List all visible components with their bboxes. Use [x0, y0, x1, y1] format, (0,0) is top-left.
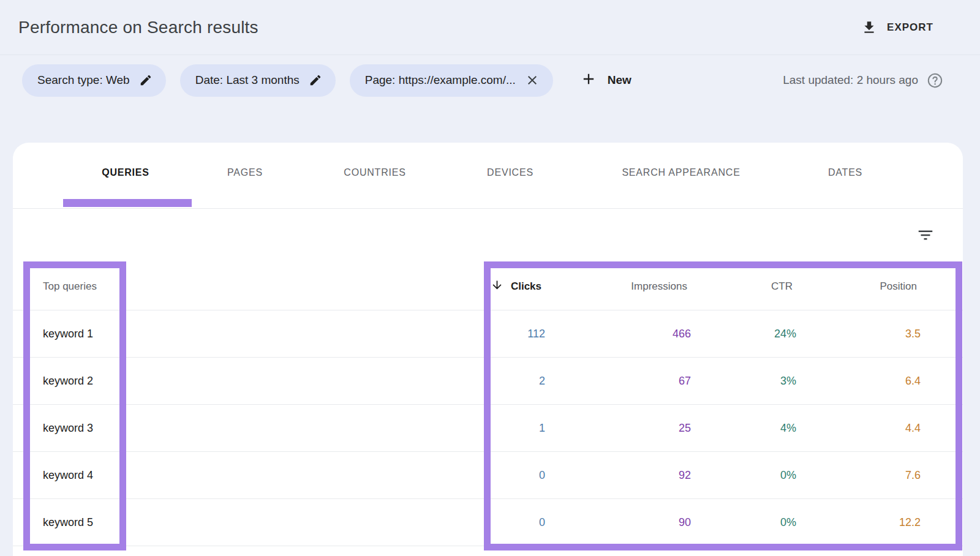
tab-countries[interactable]: COUNTRIES	[342, 163, 407, 182]
query-cell: keyword 3	[13, 422, 319, 435]
query-cell: keyword 4	[13, 469, 319, 482]
tab-devices[interactable]: DEVICES	[486, 163, 535, 182]
impressions-cell: 92	[545, 469, 691, 482]
last-updated: Last updated: 2 hours ago	[783, 72, 943, 89]
table-header-row: Top queries Clicks Impressions CTR Posit…	[13, 263, 963, 310]
position-cell: 4.4	[796, 422, 921, 435]
edit-pencil-icon	[309, 73, 322, 87]
table-row[interactable]: keyword 3 1 25 4% 4.4	[13, 405, 963, 452]
impressions-cell: 67	[545, 375, 691, 388]
ctr-cell: 0%	[691, 469, 796, 482]
filter-chip-label: Search type: Web	[37, 73, 130, 87]
position-cell: 7.6	[796, 469, 921, 482]
table-row[interactable]: keyword 5 0 90 0% 12.2	[13, 499, 963, 546]
export-label: EXPORT	[887, 21, 933, 34]
new-filter-label: New	[608, 73, 631, 87]
table-row[interactable]: keyword 4 0 92 0% 7.6	[13, 452, 963, 499]
edit-pencil-icon	[139, 73, 153, 87]
tab-queries[interactable]: QUERIES	[100, 163, 151, 182]
ctr-cell: 0%	[691, 516, 796, 529]
impressions-cell: 466	[545, 328, 691, 340]
column-header-impressions[interactable]: Impressions	[545, 280, 691, 293]
tab-dates[interactable]: DATES	[827, 163, 864, 182]
filter-chip-label: Date: Last 3 months	[195, 73, 300, 87]
position-cell: 6.4	[796, 375, 921, 388]
tab-pages[interactable]: PAGES	[226, 163, 264, 182]
last-updated-text: Last updated: 2 hours ago	[783, 73, 918, 87]
query-cell: keyword 5	[13, 516, 319, 529]
ctr-cell: 24%	[691, 328, 796, 340]
table-toolbar	[13, 209, 963, 263]
filter-chip-date[interactable]: Date: Last 3 months	[180, 64, 336, 97]
clicks-cell: 0	[319, 469, 545, 482]
filter-chip-label: Page: https://example.com/...	[365, 73, 516, 87]
clicks-cell: 112	[319, 328, 545, 340]
column-header-clicks[interactable]: Clicks	[319, 278, 545, 295]
filter-chip-search-type[interactable]: Search type: Web	[22, 64, 166, 97]
remove-filter-icon[interactable]	[525, 73, 540, 88]
page-title: Performance on Search results	[18, 18, 258, 37]
clicks-cell: 0	[319, 516, 545, 529]
position-cell: 12.2	[796, 516, 921, 529]
column-header-clicks-label: Clicks	[511, 280, 541, 293]
table-row[interactable]: keyword 2 2 67 3% 6.4	[13, 358, 963, 405]
query-cell: keyword 2	[13, 375, 319, 388]
column-header-position[interactable]: Position	[796, 280, 921, 293]
query-cell: keyword 1	[13, 328, 319, 340]
active-tab-indicator	[63, 199, 192, 207]
help-icon[interactable]	[927, 72, 943, 89]
dimension-tabs: QUERIES PAGES COUNTRIES DEVICES SEARCH A…	[13, 143, 963, 209]
filter-funnel-icon	[916, 237, 935, 246]
column-header-top-queries: Top queries	[13, 280, 319, 293]
filter-rows-button[interactable]	[914, 224, 937, 249]
impressions-cell: 90	[545, 516, 691, 529]
queries-table: Top queries Clicks Impressions CTR Posit…	[13, 263, 963, 546]
download-icon	[861, 20, 877, 36]
tab-search-appearance[interactable]: SEARCH APPEARANCE	[620, 163, 741, 182]
ctr-cell: 4%	[691, 422, 796, 435]
new-filter-button[interactable]: New	[576, 67, 635, 94]
clicks-cell: 1	[319, 422, 545, 435]
filter-bar: Search type: Web Date: Last 3 months Pag…	[0, 55, 980, 105]
export-button[interactable]: EXPORT	[859, 15, 936, 40]
clicks-cell: 2	[319, 375, 545, 388]
report-header: Performance on Search results EXPORT	[0, 0, 980, 55]
sort-arrow-down-icon	[491, 279, 503, 295]
ctr-cell: 3%	[691, 375, 796, 388]
table-row[interactable]: keyword 1 112 466 24% 3.5	[13, 310, 963, 358]
report-card: QUERIES PAGES COUNTRIES DEVICES SEARCH A…	[13, 143, 963, 556]
plus-icon	[580, 70, 597, 91]
column-header-ctr[interactable]: CTR	[691, 280, 796, 293]
filter-chip-page[interactable]: Page: https://example.com/...	[350, 64, 553, 97]
impressions-cell: 25	[545, 422, 691, 435]
position-cell: 3.5	[796, 328, 921, 340]
